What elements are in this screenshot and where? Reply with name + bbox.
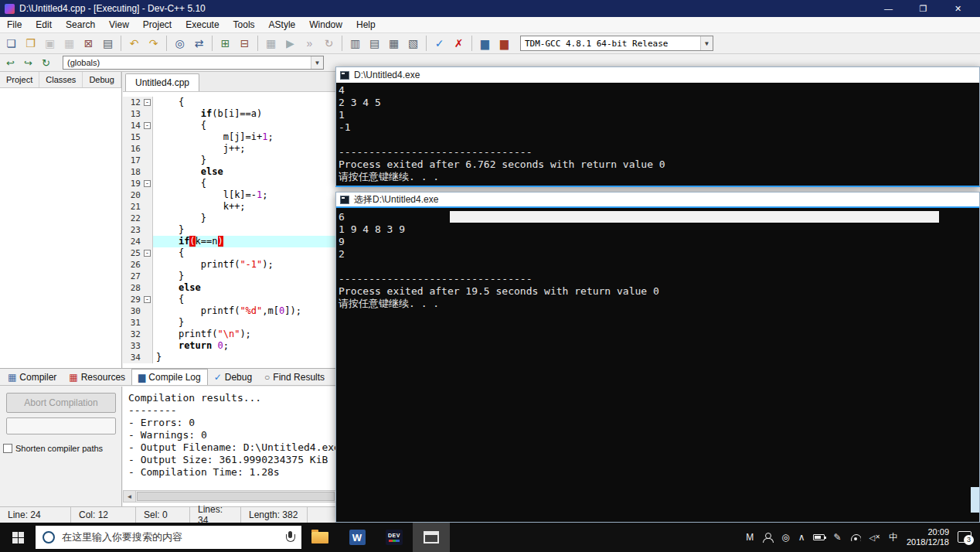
tab-debug[interactable]: Debug xyxy=(83,72,121,87)
tab-compiler[interactable]: ▦Compiler xyxy=(2,369,63,385)
line-number: 30 xyxy=(123,305,143,317)
resources-icon: ▦ xyxy=(69,373,77,382)
fold-column xyxy=(143,108,153,120)
fold-column xyxy=(143,259,153,271)
view-fullscreen-button[interactable]: ▧ xyxy=(403,34,423,53)
toolbar-buttons: ❏❒▣▦⊠▤↶↷◎⇄⊞⊟▦▶»↻▥▤▦▧✓✗▆▆ xyxy=(2,34,514,53)
tab-project[interactable]: Project xyxy=(0,72,39,87)
compiler-icon: ▦ xyxy=(8,373,16,382)
shorten-paths-label: Shorten compiler paths xyxy=(15,444,103,453)
close-file-icon: ⊠ xyxy=(84,38,94,49)
notification-center-icon[interactable]: 3 xyxy=(958,531,974,544)
fold-toggle-icon[interactable]: - xyxy=(144,122,151,129)
menu-astyle[interactable]: AStyle xyxy=(262,17,303,32)
chevron-down-icon[interactable]: ▼ xyxy=(311,56,323,69)
battery-icon[interactable] xyxy=(813,534,825,540)
compiler-dropdown[interactable]: TDM-GCC 4.8.1 64-bit Release ▼ xyxy=(520,36,713,51)
start-button[interactable] xyxy=(0,523,36,552)
tab-find-results[interactable]: ○Find Results xyxy=(258,369,331,385)
devcpp-button[interactable]: DEV xyxy=(376,523,413,552)
menu-project[interactable]: Project xyxy=(136,17,179,32)
ime-language-indicator[interactable]: 中 xyxy=(889,533,898,542)
syntax-check-icon: ✓ xyxy=(435,38,444,49)
tab-debug[interactable]: ✓Debug xyxy=(208,369,258,385)
chevron-down-icon[interactable]: ▼ xyxy=(700,36,713,50)
clock[interactable]: 20:09 2018/12/18 xyxy=(907,527,949,547)
delete-profiling-button[interactable]: ▆ xyxy=(495,34,514,53)
toolbar-separator xyxy=(471,36,472,51)
location-icon[interactable]: ◎ xyxy=(781,533,789,542)
view-split-panels-button[interactable]: ▦ xyxy=(384,34,403,53)
fold-toggle-icon[interactable]: - xyxy=(144,250,151,257)
redo-button[interactable]: ↷ xyxy=(144,34,163,53)
microphone-icon[interactable] xyxy=(285,531,294,544)
menu-view[interactable]: View xyxy=(102,17,136,32)
volume-muted-icon[interactable]: ◁✕ xyxy=(869,533,880,542)
class-refresh-button[interactable]: ↻ xyxy=(37,55,55,70)
nav-back-button[interactable]: ↩ xyxy=(2,55,19,70)
tab-classes[interactable]: Classes xyxy=(39,72,83,87)
fold-toggle-icon[interactable]: - xyxy=(144,296,151,303)
compile-run-icon: » xyxy=(307,38,313,49)
nav-forward-button[interactable]: ↪ xyxy=(19,55,37,70)
goto-unit-button[interactable]: ⊞ xyxy=(216,34,235,53)
console-scrollbar-fragment[interactable] xyxy=(971,487,979,513)
open-file-button[interactable]: ❒ xyxy=(21,34,40,53)
project-panel-tabs: ProjectClassesDebug xyxy=(0,72,121,88)
menubar: FileEditSearchViewProjectExecuteToolsASt… xyxy=(0,17,980,33)
chevron-up-icon[interactable]: ∧ xyxy=(798,533,805,542)
print-button[interactable]: ▤ xyxy=(98,34,117,53)
menu-file[interactable]: File xyxy=(0,17,29,32)
abort-compile-button[interactable]: ✗ xyxy=(449,34,468,53)
fold-column xyxy=(143,213,153,224)
menu-window[interactable]: Window xyxy=(302,17,349,32)
shorten-paths-checkbox[interactable] xyxy=(3,444,12,453)
find-button[interactable]: ◎ xyxy=(170,34,189,53)
fold-column xyxy=(143,282,153,294)
console-1-output[interactable]: 42 3 4 51-1-----------------------------… xyxy=(336,83,979,186)
menu-edit[interactable]: Edit xyxy=(29,17,59,32)
menu-help[interactable]: Help xyxy=(349,17,383,32)
view-report-panel-button[interactable]: ▤ xyxy=(365,34,384,53)
file-explorer-button[interactable] xyxy=(301,523,339,552)
debug-icon: ✓ xyxy=(214,373,222,382)
syntax-check-button[interactable]: ✓ xyxy=(430,34,449,53)
maximize-button[interactable]: ❐ xyxy=(906,0,941,17)
view-project-panel-button[interactable]: ▥ xyxy=(345,34,365,53)
globals-dropdown[interactable]: (globals) ▼ xyxy=(63,56,324,70)
undo-button[interactable]: ↶ xyxy=(124,34,144,53)
menu-search[interactable]: Search xyxy=(59,17,102,32)
fold-column: - xyxy=(143,97,153,108)
abort-compilation-button[interactable]: Abort Compilation xyxy=(6,393,116,413)
log-horizontal-scrollbar[interactable]: ◄ xyxy=(123,490,336,503)
word-button[interactable]: W xyxy=(339,523,376,552)
remove-unit-button[interactable]: ⊟ xyxy=(235,34,254,53)
console-line xyxy=(339,134,979,146)
menu-tools[interactable]: Tools xyxy=(226,17,262,32)
close-file-button[interactable]: ⊠ xyxy=(79,34,98,53)
fold-toggle-icon[interactable]: - xyxy=(144,99,151,106)
pen-icon[interactable]: ✎ xyxy=(833,533,841,542)
console-app-button[interactable] xyxy=(413,523,450,552)
replace-button[interactable]: ⇄ xyxy=(189,34,209,53)
scroll-left-icon[interactable]: ◄ xyxy=(124,491,136,502)
ime-mode-indicator[interactable]: M xyxy=(746,533,754,542)
profile-analysis-button[interactable]: ▆ xyxy=(475,34,495,53)
console-2-titlebar[interactable]: 选择D:\Untitled4.exe xyxy=(336,193,979,208)
menu-execute[interactable]: Execute xyxy=(179,17,226,32)
user-icon[interactable] xyxy=(762,533,773,543)
console-1-titlebar[interactable]: D:\Untitled4.exe xyxy=(336,67,979,83)
toolbar-separator xyxy=(426,36,427,51)
console-2-output[interactable]: 61 9 4 8 3 992--------------------------… xyxy=(336,210,979,522)
taskbar-search[interactable]: 在这里输入你要搜索的内容 xyxy=(36,526,301,549)
tab-compile-log[interactable]: ▆Compile Log xyxy=(131,369,208,385)
new-file-button[interactable]: ❏ xyxy=(2,34,21,53)
minimize-button[interactable]: — xyxy=(871,0,906,17)
editor-tab-untitled4[interactable]: Untitled4.cpp xyxy=(125,73,199,91)
network-icon[interactable] xyxy=(850,534,861,541)
cortana-icon[interactable] xyxy=(43,531,55,543)
tab-resources[interactable]: ▦Resources xyxy=(63,369,131,385)
close-button[interactable]: ✕ xyxy=(941,0,975,17)
scrollbar-thumb[interactable] xyxy=(137,492,335,501)
fold-toggle-icon[interactable]: - xyxy=(144,180,151,187)
